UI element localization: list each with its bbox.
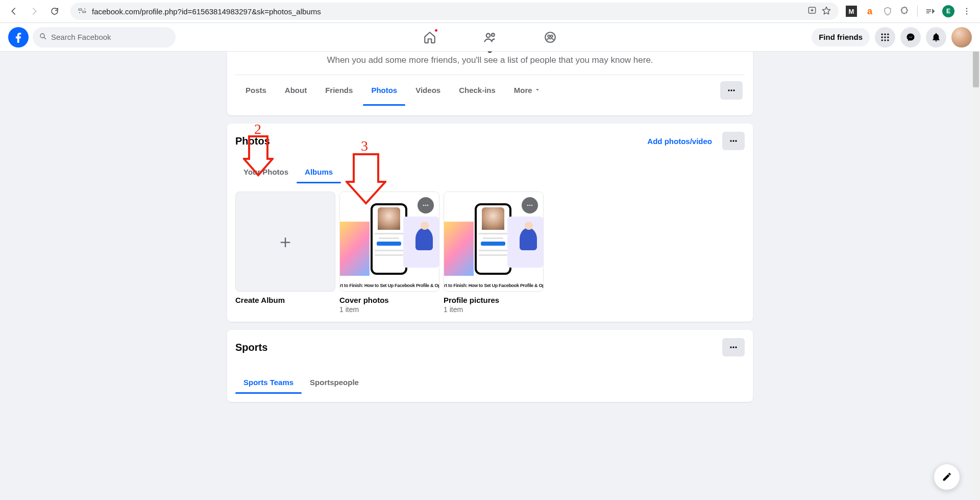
sports-card: Sports Sports Teams Sportspeople bbox=[227, 330, 753, 402]
find-friends-button[interactable]: Find friends bbox=[812, 28, 870, 46]
page-body: Add more friends to get recommendations … bbox=[0, 52, 980, 500]
svg-rect-0 bbox=[79, 9, 82, 10]
profile-tabs-more-button[interactable] bbox=[720, 81, 743, 100]
svg-rect-1 bbox=[83, 11, 86, 12]
bookmark-star-icon[interactable] bbox=[821, 6, 831, 17]
svg-point-2 bbox=[79, 12, 80, 13]
search-placeholder: Search Facebook bbox=[51, 33, 111, 41]
home-tab[interactable] bbox=[402, 25, 458, 50]
photos-card: Photos Add photos/video Your Photos Albu… bbox=[227, 124, 753, 322]
subtab-sports-teams[interactable]: Sports Teams bbox=[235, 371, 302, 394]
svg-point-8 bbox=[40, 34, 44, 38]
svg-point-15 bbox=[884, 33, 886, 35]
chrome-profile-avatar[interactable]: E bbox=[942, 5, 954, 17]
svg-point-7 bbox=[966, 13, 968, 15]
svg-point-10 bbox=[492, 33, 495, 36]
album-options-button[interactable] bbox=[522, 197, 538, 213]
tab-friends[interactable]: Friends bbox=[317, 75, 361, 106]
svg-point-18 bbox=[884, 36, 886, 38]
messenger-button[interactable] bbox=[900, 27, 921, 47]
svg-point-11 bbox=[545, 32, 555, 42]
extensions-puzzle-icon[interactable] bbox=[900, 6, 910, 16]
header-right: Find friends bbox=[812, 27, 972, 47]
back-button[interactable] bbox=[5, 3, 22, 20]
reload-button[interactable] bbox=[46, 3, 63, 20]
svg-point-13 bbox=[551, 35, 553, 37]
svg-point-27 bbox=[732, 140, 734, 141]
albums-grid: ＋ Create Album rt to Finish: How to Set … bbox=[235, 192, 745, 314]
svg-point-26 bbox=[730, 140, 731, 141]
facebook-logo[interactable] bbox=[8, 27, 29, 47]
svg-point-24 bbox=[730, 89, 732, 91]
subtab-sportspeople[interactable]: Sportspeople bbox=[302, 371, 367, 394]
svg-point-36 bbox=[732, 346, 734, 348]
plus-icon: ＋ bbox=[276, 229, 295, 254]
recommendations-title: Add more friends to get recommendations bbox=[235, 52, 745, 53]
tab-more[interactable]: More bbox=[506, 75, 549, 106]
svg-point-37 bbox=[735, 346, 737, 348]
recommendations-card: Add more friends to get recommendations … bbox=[227, 52, 753, 115]
svg-point-17 bbox=[881, 36, 883, 38]
notification-dot-icon bbox=[434, 28, 438, 33]
chevron-down-icon bbox=[534, 86, 541, 94]
svg-point-28 bbox=[735, 140, 737, 141]
svg-point-29 bbox=[423, 205, 425, 206]
svg-point-31 bbox=[427, 205, 429, 206]
browser-toolbar: facebook.com/profile.php?id=615638149832… bbox=[0, 0, 980, 23]
tab-videos[interactable]: Videos bbox=[407, 75, 449, 106]
svg-point-30 bbox=[425, 205, 427, 206]
svg-point-14 bbox=[881, 33, 883, 35]
add-photos-link[interactable]: Add photos/video bbox=[643, 133, 716, 150]
install-app-icon[interactable] bbox=[807, 6, 817, 17]
create-album-tile[interactable]: ＋ Create Album bbox=[235, 192, 335, 314]
extension-m-icon[interactable]: M bbox=[846, 6, 857, 17]
svg-point-16 bbox=[887, 33, 889, 35]
groups-tab[interactable] bbox=[522, 25, 578, 50]
photos-more-button[interactable] bbox=[722, 132, 745, 150]
album-cover-photos[interactable]: rt to Finish: How to Set Up Facebook Pro… bbox=[339, 192, 439, 314]
menu-grid-button[interactable] bbox=[875, 27, 895, 47]
svg-point-12 bbox=[548, 35, 550, 37]
svg-point-19 bbox=[887, 36, 889, 38]
profile-avatar[interactable] bbox=[951, 27, 972, 47]
extension-shield-icon[interactable] bbox=[883, 6, 893, 16]
forward-button[interactable] bbox=[26, 3, 43, 20]
album-options-button[interactable] bbox=[418, 197, 434, 213]
search-input[interactable]: Search Facebook bbox=[33, 27, 176, 47]
friends-tab[interactable] bbox=[462, 25, 518, 50]
tab-about[interactable]: About bbox=[277, 75, 315, 106]
separator bbox=[917, 6, 918, 17]
extensions-area: M a E bbox=[846, 5, 975, 17]
tab-posts[interactable]: Posts bbox=[237, 75, 275, 106]
scrollbar[interactable]: ▲ bbox=[972, 52, 980, 500]
search-icon bbox=[39, 32, 47, 42]
chrome-menu-icon[interactable] bbox=[962, 6, 972, 16]
sports-more-button[interactable] bbox=[722, 338, 745, 356]
extension-a-icon[interactable]: a bbox=[864, 6, 875, 17]
facebook-header: Search Facebook Find friends bbox=[0, 23, 980, 52]
sports-title: Sports bbox=[235, 342, 267, 353]
center-nav bbox=[402, 25, 578, 50]
svg-point-9 bbox=[486, 33, 490, 37]
scrollbar-thumb[interactable] bbox=[973, 52, 979, 87]
album-profile-pictures[interactable]: rt to Finish: How to Set Up Facebook Pro… bbox=[444, 192, 544, 314]
svg-point-20 bbox=[881, 39, 883, 41]
svg-point-33 bbox=[529, 205, 531, 206]
photos-subtabs: Your Photos Albums bbox=[235, 160, 745, 183]
svg-point-25 bbox=[733, 89, 734, 91]
compose-fab[interactable] bbox=[934, 464, 960, 490]
svg-point-6 bbox=[966, 11, 968, 12]
svg-point-35 bbox=[730, 346, 731, 348]
notifications-button[interactable] bbox=[926, 27, 946, 47]
media-control-icon[interactable] bbox=[925, 6, 935, 16]
tab-photos[interactable]: Photos bbox=[363, 75, 405, 106]
tab-checkins[interactable]: Check-ins bbox=[451, 75, 504, 106]
subtab-albums[interactable]: Albums bbox=[297, 160, 341, 183]
sports-subtabs: Sports Teams Sportspeople bbox=[235, 371, 745, 394]
recommendations-subtitle: When you add some more friends, you'll s… bbox=[235, 55, 745, 65]
address-bar[interactable]: facebook.com/profile.php?id=615638149832… bbox=[70, 3, 839, 20]
svg-point-23 bbox=[728, 89, 729, 91]
site-info-icon[interactable] bbox=[78, 6, 87, 17]
svg-point-5 bbox=[966, 8, 968, 9]
svg-point-34 bbox=[531, 205, 533, 206]
